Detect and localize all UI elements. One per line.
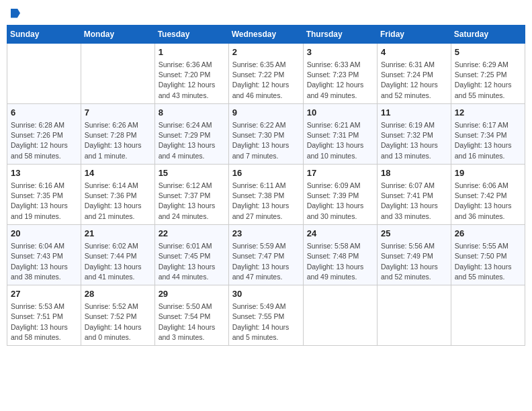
week-row-4: 27Sunrise: 5:53 AM Sunset: 7:51 PM Dayli… (7, 285, 525, 345)
day-cell: 23Sunrise: 5:59 AM Sunset: 7:47 PM Dayli… (228, 224, 303, 285)
day-number: 24 (307, 228, 373, 240)
day-cell (81, 43, 154, 103)
day-number: 17 (307, 167, 373, 179)
day-info: Sunrise: 6:02 AM Sunset: 7:44 PM Dayligh… (85, 241, 151, 282)
week-row-0: 1Sunrise: 6:36 AM Sunset: 7:20 PM Daylig… (7, 43, 525, 103)
day-info: Sunrise: 6:07 AM Sunset: 7:41 PM Dayligh… (381, 181, 447, 222)
header-sunday: Sunday (7, 25, 81, 43)
day-info: Sunrise: 5:49 AM Sunset: 7:55 PM Dayligh… (232, 302, 300, 342)
day-cell: 17Sunrise: 6:09 AM Sunset: 7:39 PM Dayli… (303, 164, 377, 224)
day-number: 13 (11, 167, 77, 179)
week-row-2: 13Sunrise: 6:16 AM Sunset: 7:35 PM Dayli… (7, 164, 525, 224)
day-number: 25 (381, 228, 447, 240)
day-number: 29 (159, 288, 225, 300)
day-number: 11 (381, 107, 447, 119)
header-saturday: Saturday (451, 25, 525, 43)
day-info: Sunrise: 6:06 AM Sunset: 7:42 PM Dayligh… (455, 181, 521, 222)
day-info: Sunrise: 6:33 AM Sunset: 7:23 PM Dayligh… (307, 60, 373, 101)
day-number: 19 (455, 167, 521, 179)
day-info: Sunrise: 6:17 AM Sunset: 7:34 PM Dayligh… (455, 120, 521, 161)
day-info: Sunrise: 6:04 AM Sunset: 7:43 PM Dayligh… (11, 241, 77, 282)
day-info: Sunrise: 5:55 AM Sunset: 7:50 PM Dayligh… (455, 241, 521, 282)
day-cell (7, 43, 81, 103)
header-monday: Monday (81, 25, 154, 43)
day-cell: 26Sunrise: 5:55 AM Sunset: 7:50 PM Dayli… (451, 224, 525, 285)
day-cell: 6Sunrise: 6:28 AM Sunset: 7:26 PM Daylig… (7, 103, 81, 164)
day-number: 16 (232, 167, 300, 179)
day-cell: 24Sunrise: 5:58 AM Sunset: 7:48 PM Dayli… (303, 224, 377, 285)
day-number: 2 (232, 46, 300, 58)
day-number: 7 (85, 107, 151, 119)
day-info: Sunrise: 5:50 AM Sunset: 7:54 PM Dayligh… (159, 302, 225, 342)
header-friday: Friday (378, 25, 451, 43)
day-number: 21 (85, 228, 151, 240)
day-cell: 20Sunrise: 6:04 AM Sunset: 7:43 PM Dayli… (7, 224, 81, 285)
day-cell: 27Sunrise: 5:53 AM Sunset: 7:51 PM Dayli… (7, 285, 81, 345)
day-number: 4 (381, 46, 447, 58)
day-cell: 10Sunrise: 6:21 AM Sunset: 7:31 PM Dayli… (303, 103, 377, 164)
day-number: 10 (307, 107, 373, 119)
day-number: 27 (11, 288, 77, 300)
day-number: 12 (455, 107, 521, 119)
day-info: Sunrise: 6:19 AM Sunset: 7:32 PM Dayligh… (381, 120, 447, 161)
day-info: Sunrise: 6:28 AM Sunset: 7:26 PM Dayligh… (11, 120, 77, 161)
day-cell: 22Sunrise: 6:01 AM Sunset: 7:45 PM Dayli… (154, 224, 228, 285)
day-number: 30 (232, 288, 300, 300)
day-cell (303, 285, 377, 345)
day-number: 26 (455, 228, 521, 240)
day-number: 15 (159, 167, 225, 179)
day-cell: 14Sunrise: 6:14 AM Sunset: 7:36 PM Dayli… (81, 164, 154, 224)
day-cell: 28Sunrise: 5:52 AM Sunset: 7:52 PM Dayli… (81, 285, 154, 345)
day-info: Sunrise: 5:58 AM Sunset: 7:48 PM Dayligh… (307, 241, 373, 282)
day-cell: 19Sunrise: 6:06 AM Sunset: 7:42 PM Dayli… (451, 164, 525, 224)
day-number: 18 (381, 167, 447, 179)
logo (9, 7, 20, 19)
day-info: Sunrise: 6:35 AM Sunset: 7:22 PM Dayligh… (232, 60, 300, 101)
day-cell: 30Sunrise: 5:49 AM Sunset: 7:55 PM Dayli… (228, 285, 303, 345)
week-row-1: 6Sunrise: 6:28 AM Sunset: 7:26 PM Daylig… (7, 103, 525, 164)
day-info: Sunrise: 6:16 AM Sunset: 7:35 PM Dayligh… (11, 181, 77, 222)
day-number: 5 (455, 46, 521, 58)
day-number: 1 (159, 46, 225, 58)
day-info: Sunrise: 6:11 AM Sunset: 7:38 PM Dayligh… (232, 181, 300, 222)
day-cell: 11Sunrise: 6:19 AM Sunset: 7:32 PM Dayli… (378, 103, 451, 164)
calendar-header-row: SundayMondayTuesdayWednesdayThursdayFrid… (7, 25, 525, 43)
day-cell: 1Sunrise: 6:36 AM Sunset: 7:20 PM Daylig… (154, 43, 228, 103)
day-info: Sunrise: 6:22 AM Sunset: 7:30 PM Dayligh… (232, 120, 300, 161)
day-info: Sunrise: 6:01 AM Sunset: 7:45 PM Dayligh… (159, 241, 225, 282)
day-info: Sunrise: 6:09 AM Sunset: 7:39 PM Dayligh… (307, 181, 373, 222)
day-info: Sunrise: 5:56 AM Sunset: 7:49 PM Dayligh… (381, 241, 447, 282)
day-number: 8 (159, 107, 225, 119)
day-cell: 18Sunrise: 6:07 AM Sunset: 7:41 PM Dayli… (378, 164, 451, 224)
logo-blue (9, 7, 20, 19)
day-cell: 13Sunrise: 6:16 AM Sunset: 7:35 PM Dayli… (7, 164, 81, 224)
page-header (7, 7, 525, 19)
day-info: Sunrise: 6:12 AM Sunset: 7:37 PM Dayligh… (159, 181, 225, 222)
header-tuesday: Tuesday (154, 25, 228, 43)
day-cell: 3Sunrise: 6:33 AM Sunset: 7:23 PM Daylig… (303, 43, 377, 103)
day-info: Sunrise: 6:36 AM Sunset: 7:20 PM Dayligh… (159, 60, 225, 101)
day-cell: 25Sunrise: 5:56 AM Sunset: 7:49 PM Dayli… (378, 224, 451, 285)
day-cell: 16Sunrise: 6:11 AM Sunset: 7:38 PM Dayli… (228, 164, 303, 224)
day-number: 20 (11, 228, 77, 240)
day-cell: 12Sunrise: 6:17 AM Sunset: 7:34 PM Dayli… (451, 103, 525, 164)
day-cell: 5Sunrise: 6:29 AM Sunset: 7:25 PM Daylig… (451, 43, 525, 103)
week-row-3: 20Sunrise: 6:04 AM Sunset: 7:43 PM Dayli… (7, 224, 525, 285)
day-info: Sunrise: 6:26 AM Sunset: 7:28 PM Dayligh… (85, 120, 151, 161)
header-thursday: Thursday (303, 25, 377, 43)
day-cell (451, 285, 525, 345)
day-number: 28 (85, 288, 151, 300)
day-cell: 7Sunrise: 6:26 AM Sunset: 7:28 PM Daylig… (81, 103, 154, 164)
header-wednesday: Wednesday (228, 25, 303, 43)
day-info: Sunrise: 6:24 AM Sunset: 7:29 PM Dayligh… (159, 120, 225, 161)
day-info: Sunrise: 5:59 AM Sunset: 7:47 PM Dayligh… (232, 241, 300, 282)
day-cell: 15Sunrise: 6:12 AM Sunset: 7:37 PM Dayli… (154, 164, 228, 224)
day-info: Sunrise: 5:52 AM Sunset: 7:52 PM Dayligh… (85, 302, 151, 342)
day-number: 22 (159, 228, 225, 240)
day-cell: 29Sunrise: 5:50 AM Sunset: 7:54 PM Dayli… (154, 285, 228, 345)
day-info: Sunrise: 6:29 AM Sunset: 7:25 PM Dayligh… (455, 60, 521, 101)
day-cell: 8Sunrise: 6:24 AM Sunset: 7:29 PM Daylig… (154, 103, 228, 164)
day-info: Sunrise: 6:14 AM Sunset: 7:36 PM Dayligh… (85, 181, 151, 222)
logo-icon (11, 9, 20, 18)
day-cell: 21Sunrise: 6:02 AM Sunset: 7:44 PM Dayli… (81, 224, 154, 285)
